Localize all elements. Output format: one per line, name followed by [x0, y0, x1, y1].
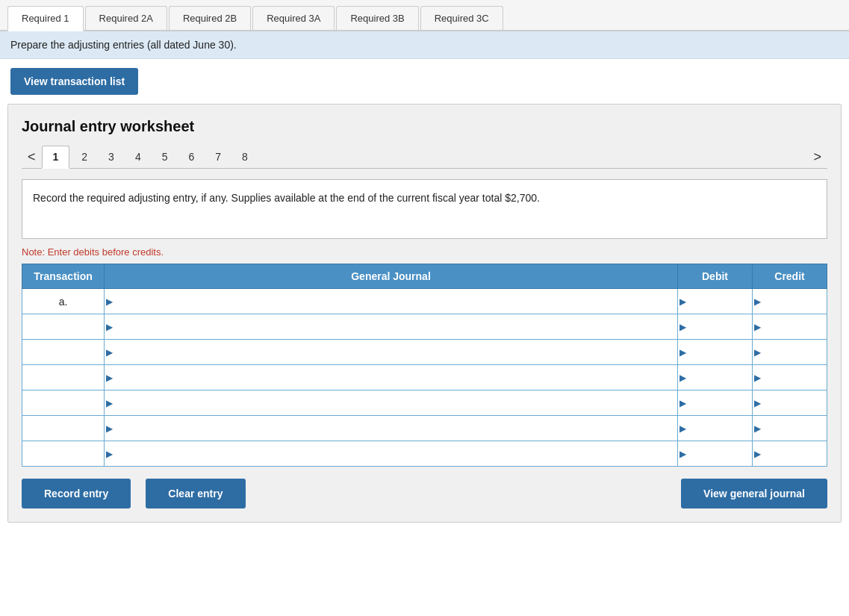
- credit-cell-2[interactable]: ▶: [753, 314, 827, 340]
- entry-tab-4[interactable]: 4: [125, 146, 152, 167]
- journal-input-3[interactable]: [105, 340, 677, 364]
- nav-prev-arrow[interactable]: <: [22, 146, 42, 168]
- journal-cell-7[interactable]: ▶: [105, 441, 678, 467]
- instruction-bar: Prepare the adjusting entries (all dated…: [0, 31, 849, 59]
- debit-cell-7[interactable]: ▶: [678, 441, 753, 467]
- table-row: a. ▶ ▶ ▶: [22, 289, 827, 314]
- entry-tab-3[interactable]: 3: [98, 146, 125, 167]
- debit-input-1[interactable]: [678, 289, 752, 314]
- debit-cell-3[interactable]: ▶: [678, 340, 753, 365]
- credit-cell-3[interactable]: ▶: [753, 340, 827, 365]
- debit-cell-5[interactable]: ▶: [678, 391, 753, 416]
- credit-cell-6[interactable]: ▶: [753, 416, 827, 441]
- table-row: ▶ ▶ ▶: [22, 391, 827, 416]
- credit-input-3[interactable]: [753, 340, 827, 364]
- tab-required-3c[interactable]: Required 3C: [420, 6, 503, 30]
- credit-input-1[interactable]: [753, 289, 827, 314]
- entry-tab-1[interactable]: 1: [42, 146, 70, 169]
- table-row: ▶ ▶ ▶: [22, 416, 827, 441]
- debit-cell-2[interactable]: ▶: [678, 314, 753, 340]
- journal-cell-3[interactable]: ▶: [105, 340, 678, 365]
- col-header-credit: Credit: [753, 264, 827, 289]
- credit-cell-7[interactable]: ▶: [753, 441, 827, 467]
- credit-cell-4[interactable]: ▶: [753, 365, 827, 391]
- col-header-debit: Debit: [678, 264, 753, 289]
- tabs-bar: Required 1 Required 2A Required 2B Requi…: [0, 0, 849, 31]
- col-header-transaction: Transaction: [22, 264, 105, 289]
- worksheet-title: Journal entry worksheet: [22, 118, 827, 135]
- journal-input-2[interactable]: [105, 314, 677, 339]
- table-row: ▶ ▶ ▶: [22, 314, 827, 340]
- entry-tab-8[interactable]: 8: [231, 146, 258, 167]
- transaction-cell-1: a.: [22, 289, 105, 314]
- credit-input-2[interactable]: [753, 314, 827, 339]
- journal-cell-1[interactable]: ▶: [105, 289, 678, 314]
- clear-entry-button[interactable]: Clear entry: [146, 479, 245, 508]
- debit-cell-6[interactable]: ▶: [678, 416, 753, 441]
- record-entry-button[interactable]: Record entry: [22, 479, 131, 508]
- journal-cell-6[interactable]: ▶: [105, 416, 678, 441]
- tab-required-3b[interactable]: Required 3B: [336, 6, 418, 30]
- debit-input-4[interactable]: [678, 365, 752, 390]
- worksheet-container: Journal entry worksheet < 1 2 3 4 5 6 7 …: [7, 104, 842, 523]
- debit-input-3[interactable]: [678, 340, 752, 364]
- entry-tab-2[interactable]: 2: [71, 146, 98, 167]
- credit-input-7[interactable]: [753, 441, 827, 466]
- journal-input-6[interactable]: [105, 416, 677, 441]
- view-general-journal-button[interactable]: View general journal: [681, 479, 827, 508]
- entry-nav: < 1 2 3 4 5 6 7 8 >: [22, 146, 827, 169]
- journal-table: Transaction General Journal Debit Credit…: [22, 264, 827, 467]
- debit-cell-1[interactable]: ▶: [678, 289, 753, 314]
- journal-input-5[interactable]: [105, 391, 677, 415]
- entry-tab-7[interactable]: 7: [205, 146, 231, 167]
- credit-cell-1[interactable]: ▶: [753, 289, 827, 314]
- col-header-journal: General Journal: [105, 264, 678, 289]
- journal-input-4[interactable]: [105, 365, 677, 390]
- instruction-text: Prepare the adjusting entries (all dated…: [10, 39, 237, 51]
- entry-tab-6[interactable]: 6: [178, 146, 205, 167]
- table-row: ▶ ▶ ▶: [22, 365, 827, 391]
- journal-cell-4[interactable]: ▶: [105, 365, 678, 391]
- credit-input-5[interactable]: [753, 391, 827, 415]
- entry-tab-5[interactable]: 5: [152, 146, 178, 167]
- view-transaction-button[interactable]: View transaction list: [10, 68, 138, 95]
- journal-cell-5[interactable]: ▶: [105, 391, 678, 416]
- tab-required-1[interactable]: Required 1: [7, 6, 84, 31]
- journal-input-1[interactable]: [105, 289, 677, 314]
- transaction-cell-4: [22, 365, 105, 391]
- description-text: Record the required adjusting entry, if …: [33, 192, 540, 204]
- nav-next-arrow[interactable]: >: [807, 146, 827, 168]
- table-row: ▶ ▶ ▶: [22, 340, 827, 365]
- description-box: Record the required adjusting entry, if …: [22, 179, 827, 239]
- journal-input-7[interactable]: [105, 441, 677, 466]
- transaction-cell-5: [22, 391, 105, 416]
- debit-input-7[interactable]: [678, 441, 752, 466]
- credit-input-6[interactable]: [753, 416, 827, 441]
- tab-required-2b[interactable]: Required 2B: [169, 6, 251, 30]
- table-row: ▶ ▶ ▶: [22, 441, 827, 467]
- tab-required-2a[interactable]: Required 2A: [85, 6, 167, 30]
- debit-input-2[interactable]: [678, 314, 752, 339]
- tab-required-3a[interactable]: Required 3A: [252, 6, 335, 30]
- journal-cell-2[interactable]: ▶: [105, 314, 678, 340]
- transaction-cell-2: [22, 314, 105, 340]
- debit-input-5[interactable]: [678, 391, 752, 415]
- transaction-cell-6: [22, 416, 105, 441]
- credit-input-4[interactable]: [753, 365, 827, 390]
- credit-cell-5[interactable]: ▶: [753, 391, 827, 416]
- note-text: Note: Enter debits before credits.: [22, 246, 827, 258]
- bottom-buttons: Record entry Clear entry View general jo…: [22, 479, 827, 508]
- transaction-cell-7: [22, 441, 105, 467]
- debit-input-6[interactable]: [678, 416, 752, 441]
- transaction-cell-3: [22, 340, 105, 365]
- debit-cell-4[interactable]: ▶: [678, 365, 753, 391]
